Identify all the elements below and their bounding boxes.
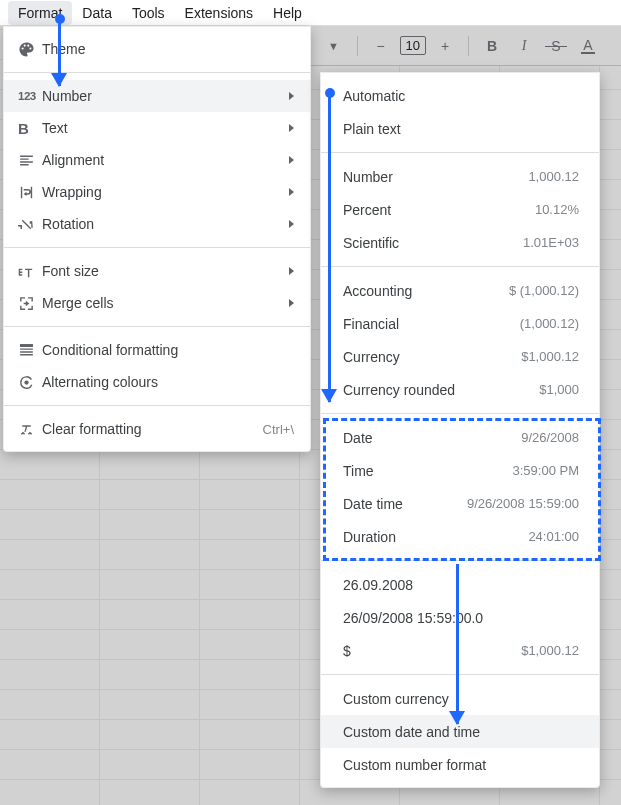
submenu-plain-text[interactable]: Plain text — [321, 112, 599, 145]
menu-alignment[interactable]: Alignment — [4, 144, 310, 176]
menu-divider — [321, 266, 599, 267]
menu-label: Font size — [42, 263, 99, 279]
font-size-decrease-button[interactable]: − — [368, 33, 394, 59]
submenu-financial[interactable]: Financial(1,000.12) — [321, 307, 599, 340]
format-example: 24:01:00 — [528, 529, 579, 544]
bold-icon: B — [18, 120, 42, 137]
submenu-duration[interactable]: Duration24:01:00 — [321, 520, 599, 553]
menu-number[interactable]: 123 Number — [4, 80, 310, 112]
submenu-custom-date-time[interactable]: Custom date and time — [321, 715, 599, 748]
menu-theme[interactable]: Theme — [4, 33, 310, 65]
menu-label: Merge cells — [42, 295, 114, 311]
wrap-icon — [18, 184, 42, 201]
menu-label: Scientific — [343, 235, 523, 251]
font-size-input[interactable]: 10 — [400, 36, 426, 55]
menu-label: Conditional formatting — [42, 342, 178, 358]
font-size-increase-button[interactable]: + — [432, 33, 458, 59]
menu-divider — [321, 152, 599, 153]
menu-label: Automatic — [343, 88, 579, 104]
submenu-currency[interactable]: Currency$1,000.12 — [321, 340, 599, 373]
menu-wrapping[interactable]: Wrapping — [4, 176, 310, 208]
submenu-custom-number-format[interactable]: Custom number format — [321, 748, 599, 781]
menu-alternating-colours[interactable]: Alternating colours — [4, 366, 310, 398]
menu-label: Date — [343, 430, 521, 446]
submenu-arrow-icon — [289, 220, 294, 228]
menubar-tools[interactable]: Tools — [122, 1, 175, 25]
menu-divider — [321, 413, 599, 414]
format-example: 3:59:00 PM — [513, 463, 580, 478]
menu-divider — [321, 560, 599, 561]
menu-label: Custom number format — [343, 757, 579, 773]
menubar-extensions[interactable]: Extensions — [175, 1, 263, 25]
submenu-accounting[interactable]: Accounting$ (1,000.12) — [321, 274, 599, 307]
toolbar-separator — [468, 36, 469, 56]
format-example: (1,000.12) — [520, 316, 579, 331]
submenu-scientific[interactable]: Scientific1.01E+03 — [321, 226, 599, 259]
menu-label: Plain text — [343, 121, 579, 137]
text-color-button[interactable]: A — [575, 33, 601, 59]
submenu-arrow-icon — [289, 267, 294, 275]
menu-shortcut: Ctrl+\ — [263, 422, 294, 437]
format-example: 9/26/2008 — [521, 430, 579, 445]
submenu-custom-currency[interactable]: Custom currency — [321, 682, 599, 715]
submenu-date[interactable]: Date9/26/2008 — [321, 421, 599, 454]
menu-label: Number — [343, 169, 528, 185]
submenu-locale-date[interactable]: 26.09.2008 — [321, 568, 599, 601]
clear-format-icon — [18, 421, 42, 438]
menu-label: 26.09.2008 — [343, 577, 579, 593]
strikethrough-button[interactable]: S — [543, 33, 569, 59]
merge-icon — [18, 295, 42, 312]
submenu-currency-rounded[interactable]: Currency rounded$1,000 — [321, 373, 599, 406]
submenu-date-time[interactable]: Date time9/26/2008 15:59:00 — [321, 487, 599, 520]
menu-divider — [4, 405, 310, 406]
menu-label: Time — [343, 463, 513, 479]
submenu-number[interactable]: Number1,000.12 — [321, 160, 599, 193]
number-icon: 123 — [18, 90, 42, 102]
menu-label: Number — [42, 88, 92, 104]
format-example: 1,000.12 — [528, 169, 579, 184]
submenu-automatic[interactable]: Automatic — [321, 79, 599, 112]
menu-divider — [4, 72, 310, 73]
menu-label: Financial — [343, 316, 520, 332]
alternating-colours-icon — [18, 374, 42, 391]
menu-rotation[interactable]: Rotation — [4, 208, 310, 240]
menu-label: Currency rounded — [343, 382, 539, 398]
menu-label: Wrapping — [42, 184, 102, 200]
menu-label: 26/09/2008 15:59:00.0 — [343, 610, 579, 626]
menu-conditional-formatting[interactable]: Conditional formatting — [4, 334, 310, 366]
conditional-format-icon — [18, 342, 42, 359]
svg-point-1 — [24, 380, 28, 384]
submenu-percent[interactable]: Percent10.12% — [321, 193, 599, 226]
menubar-help[interactable]: Help — [263, 1, 312, 25]
submenu-arrow-icon — [289, 92, 294, 100]
rotation-icon — [18, 216, 42, 233]
caret-down-icon[interactable]: ▼ — [321, 33, 347, 59]
format-example: 1.01E+03 — [523, 235, 579, 250]
menu-divider — [321, 674, 599, 675]
menubar-format[interactable]: Format — [8, 1, 72, 25]
submenu-dollar[interactable]: $$1,000.12 — [321, 634, 599, 667]
menu-label: Rotation — [42, 216, 94, 232]
menubar-data[interactable]: Data — [72, 1, 122, 25]
menu-divider — [4, 247, 310, 248]
toolbar: ▼ − 10 + B I S A — [311, 26, 621, 66]
bold-button[interactable]: B — [479, 33, 505, 59]
format-example: 9/26/2008 15:59:00 — [467, 496, 579, 511]
menu-text[interactable]: B Text — [4, 112, 310, 144]
format-example: $ (1,000.12) — [509, 283, 579, 298]
submenu-time[interactable]: Time3:59:00 PM — [321, 454, 599, 487]
menu-label: Custom currency — [343, 691, 579, 707]
italic-button[interactable]: I — [511, 33, 537, 59]
theme-icon — [18, 41, 42, 58]
menu-font-size[interactable]: Font size — [4, 255, 310, 287]
menu-clear-formatting[interactable]: Clear formatting Ctrl+\ — [4, 413, 310, 445]
menu-merge-cells[interactable]: Merge cells — [4, 287, 310, 319]
menu-label: Currency — [343, 349, 521, 365]
toolbar-separator — [357, 36, 358, 56]
submenu-arrow-icon — [289, 188, 294, 196]
menu-label: Custom date and time — [343, 724, 579, 740]
submenu-locale-datetime[interactable]: 26/09/2008 15:59:00.0 — [321, 601, 599, 634]
align-icon — [18, 152, 42, 169]
format-menu: Theme 123 Number B Text Alignment Wrappi… — [3, 26, 311, 452]
menu-label: Duration — [343, 529, 528, 545]
